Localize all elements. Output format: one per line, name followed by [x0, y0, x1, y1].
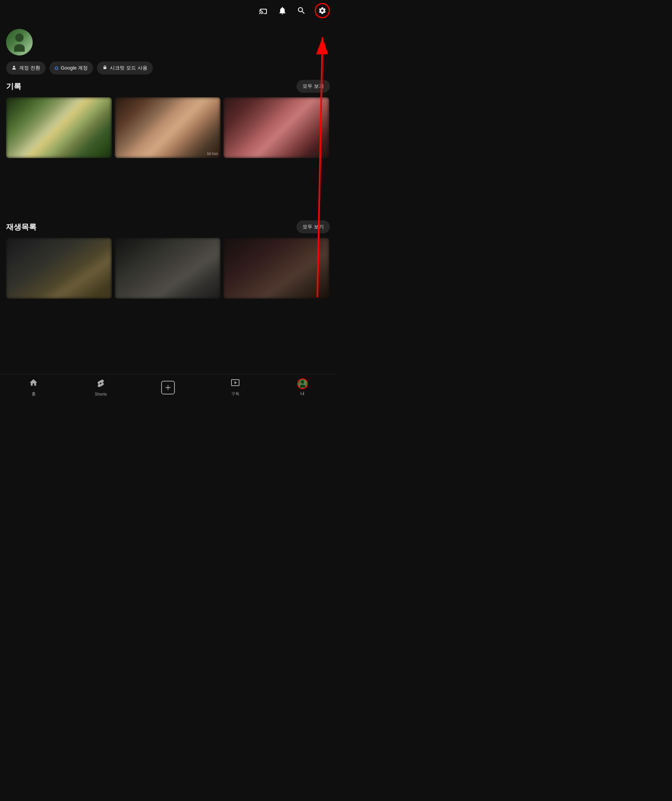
add-icon[interactable]	[161, 381, 175, 394]
home-icon	[29, 378, 38, 389]
bell-icon[interactable]	[277, 5, 288, 16]
history-title: 기록	[6, 81, 21, 92]
history-header: 기록 모두 보기	[0, 80, 336, 93]
google-icon: G	[55, 65, 58, 71]
home-label: 홈	[32, 391, 36, 397]
nav-home[interactable]: 홈	[0, 375, 67, 400]
playlist-view-all-button[interactable]: 모두 보기	[297, 220, 330, 233]
playlist-thumbnail-1[interactable]	[6, 238, 112, 299]
watermark-text: bit two	[207, 151, 218, 156]
me-label: 나	[300, 391, 305, 396]
playlist-thumbnail-2[interactable]	[115, 238, 221, 299]
cast-icon[interactable]	[258, 5, 269, 16]
playlist-title: 재생목록	[6, 222, 37, 232]
incognito-label: 시크릿 모드 사용	[110, 64, 147, 71]
bottom-navigation: 홈 Shorts 구독 나	[0, 374, 336, 400]
shorts-label: Shorts	[95, 392, 107, 396]
nav-add[interactable]	[135, 378, 202, 397]
playlist-header: 재생목록 모두 보기	[0, 220, 336, 233]
switch-account-button[interactable]: 계정 전환	[6, 61, 46, 74]
profile-nav-icon	[297, 378, 308, 389]
incognito-button[interactable]: 시크릿 모드 사용	[97, 61, 152, 74]
playlist-section: 재생목록 모두 보기	[0, 220, 336, 299]
history-thumbnails: bit two	[0, 97, 336, 158]
history-section: 기록 모두 보기 bit two	[0, 80, 336, 158]
subscriptions-label: 구독	[231, 391, 240, 397]
action-buttons: 계정 전환 G Google 계정 시크릿 모드 사용	[6, 61, 330, 74]
history-thumbnail-1[interactable]	[6, 97, 112, 158]
shorts-icon	[96, 379, 105, 390]
nav-me[interactable]: 나	[269, 375, 336, 399]
incognito-icon	[102, 65, 108, 71]
history-thumbnail-3[interactable]	[224, 97, 329, 158]
search-icon[interactable]	[296, 5, 307, 16]
subscriptions-icon	[231, 378, 240, 389]
switch-account-icon	[11, 65, 17, 71]
history-thumbnail-2[interactable]: bit two	[115, 97, 221, 158]
google-account-button[interactable]: G Google 계정	[49, 61, 93, 74]
google-account-label: Google 계정	[61, 64, 88, 71]
playlist-thumbnail-3[interactable]	[224, 238, 329, 299]
playlist-thumbnails	[0, 238, 336, 299]
avatar	[6, 29, 33, 55]
switch-account-label: 계정 전환	[19, 64, 40, 71]
profile-avatar-row	[6, 29, 330, 55]
history-view-all-button[interactable]: 모두 보기	[297, 80, 330, 93]
profile-section: 계정 전환 G Google 계정 시크릿 모드 사용	[0, 21, 336, 80]
nav-subscriptions[interactable]: 구독	[201, 375, 269, 400]
settings-button[interactable]	[315, 3, 330, 18]
header	[0, 0, 336, 21]
nav-shorts[interactable]: Shorts	[67, 376, 135, 399]
